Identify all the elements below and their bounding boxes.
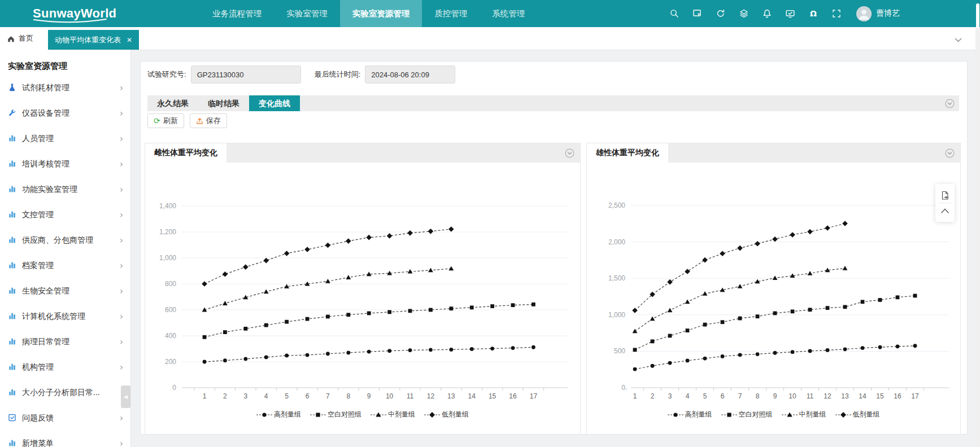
svg-text:1,200: 1,200 [159, 228, 176, 236]
result-tab[interactable]: 变化曲线 [249, 95, 300, 111]
result-tab[interactable]: 永久结果 [147, 95, 198, 111]
chevron-right-icon: › [120, 134, 123, 144]
action-buttons: ⟳ 刷新 保存 [147, 113, 227, 128]
sidebar-item[interactable]: 病理日常管理› [0, 329, 130, 354]
svg-text:11: 11 [807, 392, 814, 400]
layers-icon[interactable] [739, 8, 749, 19]
data-view-button[interactable] [939, 188, 951, 203]
triangle-legend-marker-icon [371, 411, 386, 418]
refresh-button[interactable]: ⟳ 刷新 [147, 113, 184, 128]
legend-label: 低剂量组 [853, 410, 880, 419]
sidebar-item[interactable]: 大小分子分析部日常... [0, 380, 130, 405]
sidebar-item[interactable]: 机构管理› [0, 354, 130, 380]
legend-item[interactable]: 中剂量组 [371, 410, 415, 419]
svg-text:12: 12 [824, 392, 831, 400]
page-scrollbar[interactable] [975, 27, 980, 447]
sidebar-title: 实验室资源管理 [8, 61, 123, 72]
female-chart-title: 雌性体重平均变化 [145, 143, 227, 163]
sidebar-item[interactable]: 培训考核管理› [0, 151, 130, 177]
omega-icon[interactable]: Ω [808, 8, 818, 19]
male-chart-title: 雄性体重平均变化 [587, 143, 668, 163]
save-button[interactable]: 保存 [190, 113, 227, 128]
chevron-right-icon: › [120, 185, 123, 195]
sidebar-item[interactable]: 供应商、分包商管理› [0, 227, 130, 253]
last-stat-time-input[interactable] [365, 65, 455, 84]
svg-text:5: 5 [703, 392, 707, 400]
panel-collapse-button[interactable] [565, 148, 574, 158]
svg-text:10: 10 [386, 392, 394, 400]
square-legend-marker-icon [310, 411, 326, 418]
close-icon[interactable]: ✕ [127, 37, 132, 43]
svg-text:15: 15 [876, 392, 884, 400]
sidebar-item[interactable]: 计算机化系统管理› [0, 304, 130, 329]
svg-text:500: 500 [614, 347, 625, 355]
legend-item[interactable]: 中剂量组 [782, 410, 826, 419]
svg-text:800: 800 [165, 280, 176, 288]
sidebar-item-label: 供应商、分包商管理 [22, 235, 93, 246]
sidebar-item[interactable]: 试剂耗材管理› [0, 75, 130, 100]
sidebar-item[interactable]: 新增菜单› [0, 431, 130, 447]
svg-text:17: 17 [911, 392, 919, 400]
bar-chart-icon [8, 210, 16, 220]
sidebar-collapse-handle[interactable]: ◀ [121, 385, 130, 408]
search-icon[interactable] [669, 8, 680, 19]
legend-item[interactable]: 高剂量组 [256, 410, 301, 419]
circle-chevron-down-icon [945, 148, 955, 158]
circle-legend-marker-icon [256, 411, 272, 418]
legend-item[interactable]: 低剂量组 [835, 410, 880, 419]
bell-icon[interactable] [762, 8, 772, 19]
panel-header: 雄性体重平均变化 [587, 143, 960, 163]
svg-text:1,400: 1,400 [159, 202, 176, 210]
svg-text:7: 7 [326, 392, 330, 400]
section-collapse-button[interactable] [945, 99, 955, 108]
page-scrollbar-thumb[interactable] [976, 3, 979, 28]
panel-collapse-button[interactable] [945, 148, 955, 158]
avatar[interactable] [856, 6, 872, 21]
nav-item[interactable]: 业务流程管理 [200, 0, 274, 27]
bar-chart-icon [8, 388, 16, 398]
study-number-label: 试验研究号: [147, 69, 186, 80]
nav-item[interactable]: 实验室资源管理 [340, 0, 423, 27]
bar-chart-icon [8, 185, 16, 195]
main-nav: 业务流程管理实验室管理实验室资源管理质控管理系统管理 [200, 0, 537, 27]
chart-legend: 高剂量组空白对照组中剂量组低剂量组 [145, 410, 580, 419]
result-tab[interactable]: 临时结果 [198, 95, 249, 111]
legend-item[interactable]: 低剂量组 [424, 410, 469, 419]
app-window-icon[interactable] [692, 8, 703, 19]
legend-item[interactable]: 空白对照组 [310, 410, 361, 419]
study-number-input[interactable] [191, 65, 301, 84]
fullscreen-icon[interactable] [831, 8, 842, 19]
female-weight-chart-panel: 雌性体重平均变化 02004006008001,0001,2001,400123… [145, 143, 581, 435]
user-area[interactable]: 曹博艺 [856, 6, 900, 21]
monitor-edit-icon[interactable] [785, 8, 795, 19]
chevron-right-icon: › [120, 261, 123, 271]
chart-legend: 高剂量组空白对照组中剂量组低剂量组 [587, 410, 960, 419]
svg-text:7: 7 [738, 392, 742, 400]
sidebar-item[interactable]: 生物安全管理› [0, 278, 130, 304]
triangle-legend-marker-icon [782, 411, 798, 418]
tabs-collapse-button[interactable] [955, 35, 962, 45]
restore-button[interactable] [939, 203, 951, 218]
sidebar-item-label: 生物安全管理 [22, 286, 69, 296]
legend-item[interactable]: 高剂量组 [668, 410, 712, 419]
sidebar-item[interactable]: 仪器设备管理› [0, 100, 130, 126]
sidebar-item[interactable]: 文控管理› [0, 202, 130, 227]
svg-text:8: 8 [346, 392, 350, 400]
home-tab[interactable]: 首页 [0, 27, 40, 50]
sidebar-item[interactable]: 问题反馈› [0, 405, 130, 431]
male-weight-line-chart: 05001,0001,5002,0002,5001234567891011121… [587, 163, 960, 435]
legend-item[interactable]: 空白对照组 [721, 410, 773, 419]
nav-item[interactable]: 实验室管理 [274, 0, 340, 27]
refresh-icon[interactable] [716, 8, 726, 19]
sidebar-item[interactable]: 功能实验室管理› [0, 177, 130, 202]
nav-item[interactable]: 系统管理 [480, 0, 537, 27]
sidebar-item[interactable]: 人员管理› [0, 126, 130, 151]
app-logo[interactable]: SunwayWorld [33, 0, 116, 27]
nav-item[interactable]: 质控管理 [422, 0, 480, 27]
user-name[interactable]: 曹博艺 [876, 8, 900, 19]
diamond-legend-marker-icon [835, 411, 851, 418]
sidebar-item[interactable]: 档案管理› [0, 253, 130, 278]
refresh-icon: ⟳ [154, 117, 160, 125]
page-tab-active[interactable]: 动物平均体重变化表 ✕ [48, 30, 139, 50]
legend-label: 高剂量组 [274, 410, 301, 419]
